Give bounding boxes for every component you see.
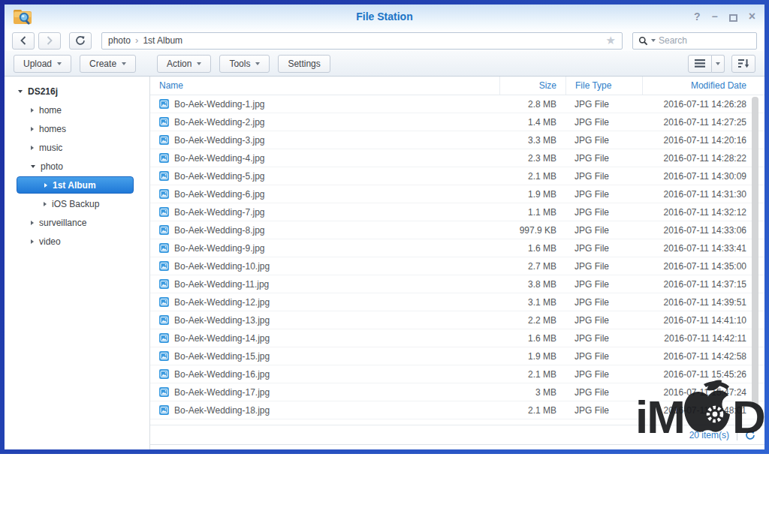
file-modified-date: 2016-07-11 14:32:12 <box>642 203 751 221</box>
file-modified-date: 2016-07-11 14:42:58 <box>642 347 751 365</box>
minimize-icon[interactable]: − <box>711 9 717 24</box>
table-row[interactable]: Bo-Aek-Wedding-12.jpg3.1 MBJPG File2016-… <box>150 293 764 311</box>
tree-collapsed-arrow-icon[interactable] <box>44 202 47 206</box>
sidebar-item-1st-album[interactable]: 1st Album <box>17 176 134 194</box>
file-type: JPG File <box>565 329 642 347</box>
table-row[interactable]: Bo-Aek-Wedding-10.jpg2.7 MBJPG File2016-… <box>150 257 764 275</box>
table-row[interactable]: Bo-Aek-Wedding-1.jpg2.8 MBJPG File2016-0… <box>150 95 764 113</box>
sidebar-item-surveillance[interactable]: surveillance <box>5 213 149 232</box>
file-modified-date: 2016-07-11 14:37:15 <box>642 275 751 293</box>
table-row[interactable]: Bo-Aek-Wedding-16.jpg2.1 MBJPG File2016-… <box>150 365 764 383</box>
jpg-file-icon <box>159 351 169 361</box>
jpg-file-icon <box>159 189 169 199</box>
file-type: JPG File <box>565 149 642 167</box>
table-row[interactable]: Bo-Aek-Wedding-6.jpg1.9 MBJPG File2016-0… <box>150 185 764 203</box>
help-icon[interactable]: ? <box>694 9 701 24</box>
file-modified-date: 2016-07-11 14:33:41 <box>642 239 751 257</box>
search-icon <box>638 36 648 46</box>
tree-collapsed-arrow-icon[interactable] <box>31 127 34 131</box>
column-header-modified-date[interactable]: Modified Date <box>642 77 751 95</box>
table-row[interactable]: Bo-Aek-Wedding-14.jpg1.6 MBJPG File2016-… <box>150 329 764 347</box>
refresh-list-icon[interactable] <box>745 430 755 440</box>
file-name: Bo-Aek-Wedding-14.jpg <box>174 333 270 344</box>
favorite-star-icon[interactable]: ★ <box>606 34 616 47</box>
table-row[interactable]: Bo-Aek-Wedding-4.jpg2.3 MBJPG File2016-0… <box>150 149 764 167</box>
close-icon[interactable]: × <box>749 9 755 24</box>
file-size: 3.3 MB <box>499 131 565 149</box>
back-button[interactable] <box>12 32 35 50</box>
file-type: JPG File <box>565 257 642 275</box>
title-bar[interactable]: File Station ? − × <box>5 5 764 30</box>
table-row[interactable]: Bo-Aek-Wedding-2.jpg1.4 MBJPG File2016-0… <box>150 113 764 131</box>
sidebar-item-home[interactable]: home <box>5 101 149 119</box>
file-modified-date: 2016-07-11 15:48:01 <box>642 401 751 419</box>
toolbar-button-upload[interactable]: Upload <box>14 55 71 73</box>
table-row[interactable]: Bo-Aek-Wedding-3.jpg3.3 MBJPG File2016-0… <box>150 131 764 149</box>
view-mode-caret-button[interactable] <box>712 55 725 73</box>
forward-button[interactable] <box>38 32 61 50</box>
column-header-name[interactable]: Name <box>150 77 499 95</box>
breadcrumb-folder[interactable]: photo <box>108 35 131 46</box>
file-name: Bo-Aek-Wedding-2.jpg <box>174 117 265 128</box>
tree-collapsed-arrow-icon[interactable] <box>31 239 34 244</box>
refresh-button[interactable] <box>69 32 92 50</box>
file-size: 1.6 MB <box>499 329 565 347</box>
file-size: 3.1 MB <box>499 293 565 311</box>
column-header-size[interactable]: Size <box>499 77 565 95</box>
maximize-icon[interactable] <box>729 14 737 22</box>
breadcrumb[interactable]: photo › 1st Album ★ <box>101 32 623 50</box>
search-options-caret-icon[interactable] <box>651 39 656 42</box>
jpg-file-icon <box>159 225 169 235</box>
sidebar-item-photo[interactable]: photo <box>5 157 149 176</box>
table-row[interactable]: Bo-Aek-Wedding-8.jpg997.9 KBJPG File2016… <box>150 221 764 239</box>
column-header-file-type[interactable]: File Type <box>565 77 642 95</box>
file-station-window: File Station ? − × pho <box>0 0 769 454</box>
search-box[interactable] <box>632 32 757 50</box>
table-row[interactable]: Bo-Aek-Wedding-17.jpg3 MBJPG File2016-07… <box>150 383 764 401</box>
vertical-scrollbar[interactable] <box>752 97 758 409</box>
sort-button[interactable] <box>731 55 755 73</box>
sidebar-item-ds216j[interactable]: DS216j <box>5 82 149 101</box>
jpg-file-icon <box>159 207 169 217</box>
toolbar-button-action[interactable]: Action <box>157 55 211 73</box>
tree-expanded-arrow-icon[interactable] <box>31 165 35 168</box>
item-count: 20 item(s) <box>689 430 729 440</box>
file-modified-date: 2016-07-11 14:27:25 <box>642 113 751 131</box>
table-row[interactable]: Bo-Aek-Wedding-9.jpg1.6 MBJPG File2016-0… <box>150 239 764 257</box>
file-size: 1.9 MB <box>499 347 565 365</box>
search-input[interactable] <box>659 35 734 46</box>
jpg-file-icon <box>159 261 169 271</box>
sidebar-item-music[interactable]: music <box>5 138 149 157</box>
sidebar-item-homes[interactable]: homes <box>5 119 149 138</box>
breadcrumb-current[interactable]: 1st Album <box>143 35 182 46</box>
file-size: 2.1 MB <box>499 401 565 419</box>
toolbar-button-create[interactable]: Create <box>80 55 136 73</box>
toolbar-button-tools[interactable]: Tools <box>219 55 270 73</box>
table-row[interactable]: Bo-Aek-Wedding-11.jpg3.8 MBJPG File2016-… <box>150 275 764 293</box>
tree-expanded-arrow-icon[interactable] <box>18 90 23 93</box>
tree-collapsed-arrow-icon[interactable] <box>31 108 34 113</box>
toolbar-button-settings[interactable]: Settings <box>278 55 330 73</box>
file-list: Bo-Aek-Wedding-1.jpg2.8 MBJPG File2016-0… <box>150 95 764 419</box>
sidebar-item-ios-backup[interactable]: iOS Backup <box>5 194 149 213</box>
table-row[interactable]: Bo-Aek-Wedding-18.jpg2.1 MBJPG File2016-… <box>150 401 764 419</box>
sort-descending-icon <box>738 59 749 68</box>
file-name: Bo-Aek-Wedding-9.jpg <box>174 243 265 254</box>
file-modified-date: 2016-07-11 14:20:16 <box>642 131 751 149</box>
table-row[interactable]: Bo-Aek-Wedding-7.jpg1.1 MBJPG File2016-0… <box>150 203 764 221</box>
table-row[interactable]: Bo-Aek-Wedding-5.jpg2.1 MBJPG File2016-0… <box>150 167 764 185</box>
table-row[interactable]: Bo-Aek-Wedding-13.jpg2.2 MBJPG File2016-… <box>150 311 764 329</box>
view-mode-split-button <box>688 55 725 73</box>
tree-collapsed-arrow-icon[interactable] <box>31 221 34 225</box>
sidebar-item-video[interactable]: video <box>5 232 149 251</box>
tree-collapsed-arrow-icon[interactable] <box>31 146 34 150</box>
list-view-button[interactable] <box>688 55 712 73</box>
file-size: 1.4 MB <box>499 113 565 131</box>
file-name: Bo-Aek-Wedding-7.jpg <box>174 207 265 218</box>
file-size: 2.1 MB <box>499 365 565 383</box>
file-size: 997.9 KB <box>499 221 565 239</box>
tree-collapsed-arrow-icon[interactable] <box>44 183 47 188</box>
file-list-panel: Name Size File Type Modified Date Bo-Aek… <box>150 77 764 449</box>
file-name: Bo-Aek-Wedding-16.jpg <box>174 369 270 380</box>
table-row[interactable]: Bo-Aek-Wedding-15.jpg1.9 MBJPG File2016-… <box>150 347 764 365</box>
